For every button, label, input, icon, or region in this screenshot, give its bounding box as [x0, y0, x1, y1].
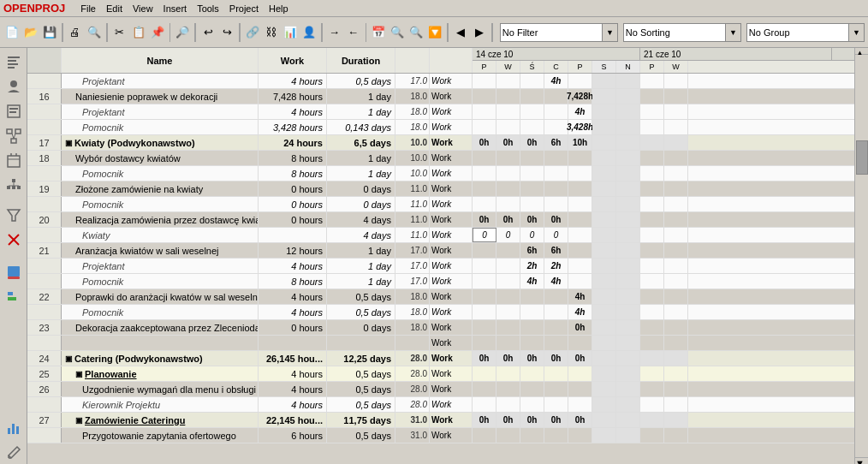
undo-button[interactable]: ↩: [199, 22, 217, 43]
sidebar-chart[interactable]: [2, 415, 26, 439]
cut-button[interactable]: ✂: [111, 22, 128, 43]
cal-cell: [568, 259, 592, 273]
menu-edit[interactable]: Edit: [101, 3, 128, 14]
prev-button[interactable]: ◀: [452, 22, 469, 43]
sidebar-resource[interactable]: [2, 74, 26, 98]
table-row[interactable]: Pomocnik 3,428 hours 0,143 days 18.0 Wor…: [27, 120, 854, 135]
table-row[interactable]: Kierownik Projektu 4 hours 0,5 days 28.0…: [27, 397, 854, 413]
cal-cell: [520, 366, 544, 381]
print-preview-button[interactable]: 🔍: [86, 22, 103, 43]
table-row[interactable]: 21 Aranżacja kwiatów w sali weselnej 12 …: [27, 243, 854, 259]
sidebar-calendar[interactable]: [2, 149, 26, 173]
sidebar-bars[interactable]: [2, 285, 26, 309]
copy-button[interactable]: 📋: [130, 22, 147, 43]
table-row[interactable]: Pomocnik 4 hours 0,5 days 18.0 Work 4h: [27, 305, 854, 320]
paste-button[interactable]: 📌: [149, 22, 166, 43]
zoom-in-button[interactable]: 🔍: [389, 22, 406, 43]
sorting-arrow[interactable]: ▼: [726, 23, 741, 42]
right-scrollbar[interactable]: ▲ ▼: [854, 48, 868, 464]
sidebar-gantt[interactable]: [2, 50, 26, 74]
cal-cell: [473, 243, 496, 258]
group-input[interactable]: [746, 23, 849, 42]
table-row[interactable]: 20 Realizacja zamówienia przez dostawcę …: [27, 212, 854, 228]
table-row[interactable]: Projektant 4 hours 0,5 days 17.0 Work 4h: [27, 74, 854, 89]
cal-cell: [544, 428, 568, 443]
filter-arrow[interactable]: ▼: [603, 23, 618, 42]
menu-view[interactable]: View: [128, 3, 158, 14]
table-row[interactable]: 18 Wybór dostawcy kwiatów 8 hours 1 day …: [27, 151, 854, 166]
table-row[interactable]: Pomocnik 8 hours 1 day 10.0 Work: [27, 166, 854, 181]
sorting-input[interactable]: [623, 23, 726, 42]
sidebar-color[interactable]: [2, 260, 26, 284]
scroll-down-button[interactable]: ▼: [855, 457, 868, 464]
table-row[interactable]: Work: [27, 336, 854, 351]
table-row[interactable]: 24 ▣Catering (Podwykonawstwo) 26,145 hou…: [27, 351, 854, 366]
table-row[interactable]: Projektant 4 hours 1 day 18.0 Work 4h: [27, 104, 854, 120]
filter-icon-btn[interactable]: 🔽: [426, 22, 443, 43]
table-row[interactable]: Kwiaty 4 days 11.0 Work 0 0 0 0: [27, 228, 854, 243]
next-button[interactable]: ▶: [471, 22, 488, 43]
table-row[interactable]: Przygotowanie zapytania ofertowego 6 hou…: [27, 428, 854, 443]
redo-button[interactable]: ↪: [218, 22, 235, 43]
zoom-out-button[interactable]: 🔍: [407, 22, 425, 43]
group-arrow[interactable]: ▼: [849, 23, 865, 42]
collapse-icon[interactable]: ▣: [65, 354, 73, 363]
cell-extra: 18.0: [395, 104, 430, 119]
sidebar-filter2[interactable]: [2, 203, 26, 227]
scrollbar-thumb[interactable]: [856, 140, 868, 175]
unlink-button[interactable]: ⛓: [263, 22, 280, 43]
cal-cell: [520, 382, 544, 396]
table-row[interactable]: 16 Naniesienie poprawek w dekoracji 7,42…: [27, 89, 854, 104]
group-dropdown[interactable]: ▼: [746, 23, 865, 42]
grid-body[interactable]: Projektant 4 hours 0,5 days 17.0 Work 4h: [27, 74, 854, 464]
cal-cell: 0h: [473, 351, 496, 366]
filter-dropdown[interactable]: ▼: [500, 23, 618, 42]
menu-tools[interactable]: Tools: [192, 3, 224, 14]
cal-cell: [544, 397, 568, 412]
indent-button[interactable]: →: [326, 22, 343, 43]
sidebar-wbs[interactable]: [2, 174, 26, 198]
print-button[interactable]: 🖨: [67, 22, 84, 43]
table-row[interactable]: 19 Złożone zamówienie na kwiaty 0 hours …: [27, 181, 854, 197]
menu-help[interactable]: Help: [264, 3, 294, 14]
link-button[interactable]: 🔗: [244, 22, 261, 43]
task-button[interactable]: 📊: [282, 22, 299, 43]
table-row[interactable]: Projektant 4 hours 1 day 17.0 Work 2h 2h: [27, 259, 854, 274]
collapse-icon[interactable]: ▣: [75, 416, 83, 425]
save-button[interactable]: 💾: [41, 22, 58, 43]
cal-cell: [473, 74, 496, 88]
sidebar-task[interactable]: [2, 99, 26, 123]
table-row[interactable]: 23 Dekoracja zaakceptowana przez Zleceni…: [27, 320, 854, 336]
resource-button[interactable]: 👤: [300, 22, 318, 43]
find-button[interactable]: 🔎: [174, 22, 191, 43]
table-row[interactable]: 27 ▣Zamówienie Cateringu 22,145 hou... 1…: [27, 413, 854, 428]
menu-insert[interactable]: Insert: [158, 3, 193, 14]
cal-cell: 0h: [568, 320, 592, 335]
menu-project[interactable]: Project: [224, 3, 264, 14]
collapse-icon[interactable]: ▣: [65, 139, 73, 147]
table-row[interactable]: 22 Poprawki do aranżacji kwatów w sal we…: [27, 289, 854, 305]
sidebar-network[interactable]: [2, 124, 26, 148]
menu-file[interactable]: File: [75, 3, 101, 14]
sorting-dropdown[interactable]: ▼: [623, 23, 741, 42]
filter-input[interactable]: [500, 23, 603, 42]
gantt-button[interactable]: 📅: [370, 22, 387, 43]
cell-extra: 10.0: [395, 135, 430, 150]
cell-type: Work: [430, 305, 473, 319]
table-row[interactable]: 17 ▣Kwiaty (Podwykonawstwo) 24 hours 6,5…: [27, 135, 854, 151]
new-button[interactable]: 📄: [3, 22, 21, 43]
table-row[interactable]: 26 Uzgodnienie wymagań dla menu i obsług…: [27, 382, 854, 397]
collapse-icon[interactable]: ▣: [75, 370, 83, 378]
cal-cell: [568, 243, 592, 258]
open-button[interactable]: 📂: [22, 22, 39, 43]
table-row[interactable]: 25 ▣Planowanie 4 hours 0,5 days 28.0 Wor…: [27, 366, 854, 382]
svg-rect-10: [11, 139, 16, 143]
cal-cell: [496, 74, 520, 88]
sidebar-close[interactable]: [2, 228, 26, 252]
table-row[interactable]: Pomocnik 8 hours 1 day 17.0 Work 4h 4h: [27, 274, 854, 289]
scroll-up-button[interactable]: ▲: [855, 48, 868, 55]
cal-cell: [473, 181, 496, 196]
table-row[interactable]: Pomocnik 0 hours 0 days 11.0 Work: [27, 197, 854, 212]
outdent-button[interactable]: ←: [345, 22, 362, 43]
sidebar-edit[interactable]: [2, 440, 26, 464]
